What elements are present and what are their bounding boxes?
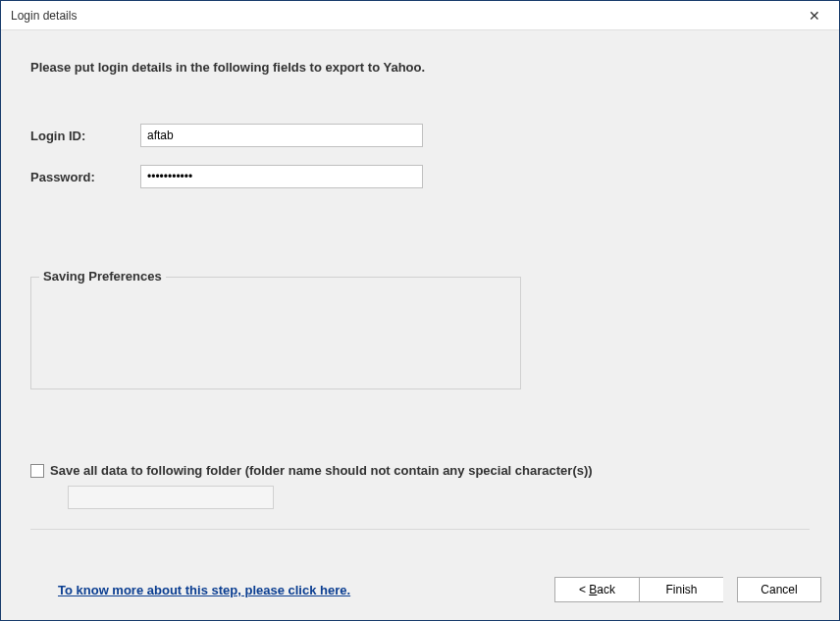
folder-path-input[interactable] xyxy=(68,486,274,509)
button-group: < Back Finish Cancel xyxy=(554,577,821,602)
save-folder-checkbox[interactable] xyxy=(30,464,44,478)
saving-preferences-group: Saving Preferences xyxy=(30,277,521,389)
separator xyxy=(30,529,810,530)
password-label: Password: xyxy=(30,170,140,184)
save-folder-label: Save all data to following folder (folde… xyxy=(50,463,593,478)
back-button[interactable]: < Back xyxy=(554,577,639,602)
dialog-window: Login details ✕ Please put login details… xyxy=(0,0,840,621)
login-row: Login ID: xyxy=(30,124,810,147)
content-area: Please put login details in the followin… xyxy=(1,30,839,565)
password-row: Password: xyxy=(30,165,810,188)
help-link[interactable]: To know more about this step, please cli… xyxy=(58,583,350,597)
cancel-button[interactable]: Cancel xyxy=(737,577,821,602)
saving-preferences-label: Saving Preferences xyxy=(39,269,166,284)
login-input[interactable] xyxy=(140,124,423,147)
password-input[interactable] xyxy=(140,165,423,188)
footer: To know more about this step, please cli… xyxy=(1,565,839,620)
save-folder-row: Save all data to following folder (folde… xyxy=(30,463,810,478)
window-title: Login details xyxy=(11,9,800,23)
instruction-text: Please put login details in the followin… xyxy=(30,60,810,75)
titlebar: Login details ✕ xyxy=(1,1,839,30)
login-label: Login ID: xyxy=(30,129,140,143)
finish-button[interactable]: Finish xyxy=(639,577,723,602)
close-icon[interactable]: ✕ xyxy=(800,1,829,30)
